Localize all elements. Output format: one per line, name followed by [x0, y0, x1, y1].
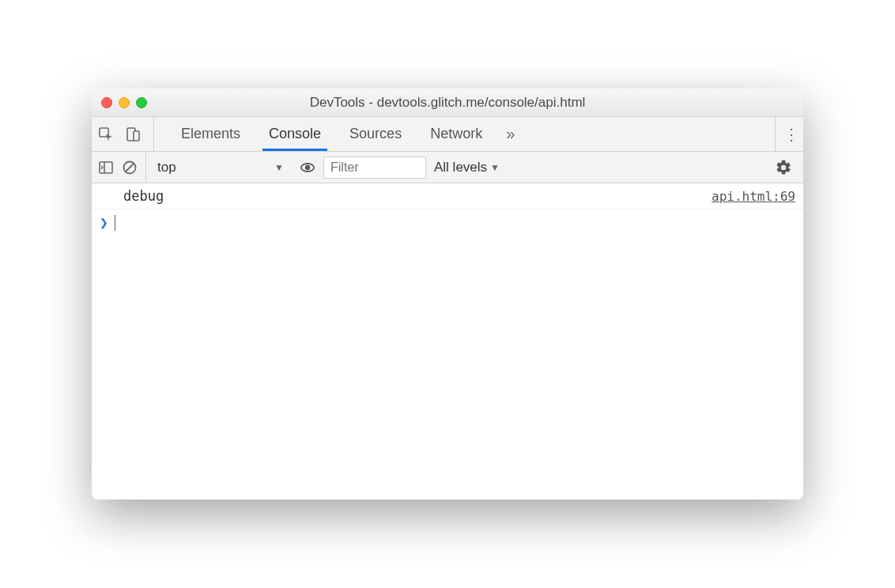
window-controls — [101, 97, 147, 108]
toggle-console-drawer-icon[interactable] — [98, 160, 114, 175]
tabs: Elements Console Sources Network » — [167, 117, 524, 151]
tab-network[interactable]: Network — [416, 117, 497, 151]
text-cursor — [115, 215, 116, 231]
console-toolbar: top ▼ All levels ▼ — [92, 152, 803, 183]
close-window-button[interactable] — [101, 97, 112, 108]
maximize-window-button[interactable] — [136, 97, 147, 108]
tabs-bar: Elements Console Sources Network » ⋮ — [92, 117, 803, 152]
svg-point-8 — [305, 164, 310, 169]
more-tabs-button[interactable]: » — [497, 125, 524, 143]
log-source-link[interactable]: api.html:69 — [712, 189, 795, 204]
more-options-button[interactable]: ⋮ — [775, 117, 797, 151]
titlebar: DevTools - devtools.glitch.me/console/ap… — [92, 89, 803, 117]
svg-rect-2 — [134, 131, 139, 141]
caret-down-icon: ▼ — [490, 162, 500, 173]
minimize-window-button[interactable] — [119, 97, 130, 108]
tab-elements[interactable]: Elements — [167, 117, 255, 151]
devtools-window: DevTools - devtools.glitch.me/console/ap… — [92, 89, 803, 499]
clear-console-icon[interactable] — [122, 160, 138, 175]
tool-icons — [98, 117, 154, 151]
filter-input[interactable] — [323, 156, 426, 179]
context-label: top — [157, 160, 176, 175]
prompt-marker-icon: ❯ — [100, 214, 108, 231]
tab-console[interactable]: Console — [255, 117, 335, 151]
caret-down-icon: ▼ — [274, 162, 284, 173]
tab-sources[interactable]: Sources — [335, 117, 416, 151]
log-message: debug — [123, 188, 164, 204]
inspect-element-icon[interactable] — [98, 126, 114, 142]
levels-label: All levels — [434, 160, 487, 175]
context-selector[interactable]: top ▼ — [145, 152, 292, 183]
console-body: debug api.html:69 ❯ — [92, 183, 803, 499]
console-settings-icon[interactable] — [775, 159, 797, 176]
svg-rect-3 — [100, 162, 112, 173]
window-title: DevTools - devtools.glitch.me/console/ap… — [101, 95, 794, 111]
device-toolbar-icon[interactable] — [125, 126, 141, 142]
log-row: debug api.html:69 — [92, 183, 803, 209]
live-expression-icon[interactable] — [300, 160, 315, 175]
svg-line-6 — [126, 164, 134, 172]
console-prompt[interactable]: ❯ — [92, 209, 803, 236]
log-levels-selector[interactable]: All levels ▼ — [434, 160, 500, 175]
